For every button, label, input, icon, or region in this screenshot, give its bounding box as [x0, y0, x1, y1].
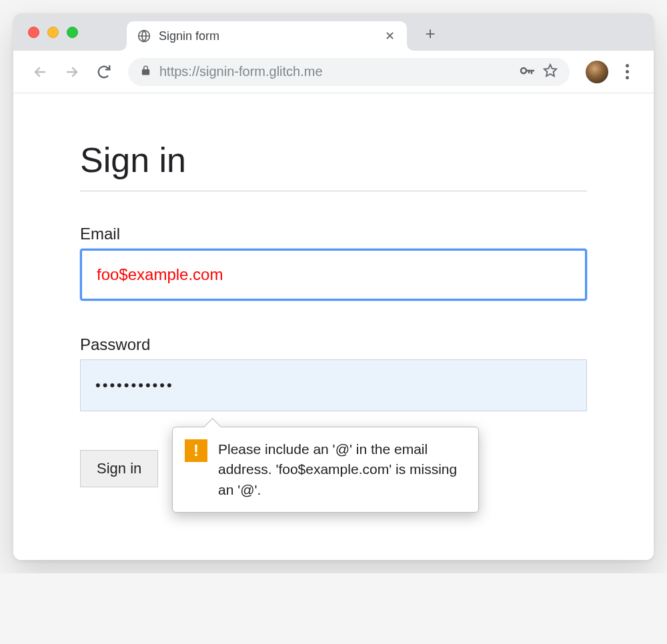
menu-button[interactable] — [614, 64, 640, 79]
signin-button[interactable]: Sign in — [80, 450, 158, 487]
close-window-button[interactable] — [28, 27, 39, 38]
lock-icon — [140, 65, 151, 79]
svg-marker-2 — [544, 64, 556, 75]
close-tab-button[interactable]: ✕ — [383, 29, 396, 43]
password-label: Password — [80, 335, 587, 354]
forward-button[interactable] — [59, 59, 85, 85]
window-controls — [28, 27, 78, 38]
address-bar[interactable]: https://signin-form.glitch.me — [128, 58, 570, 86]
star-icon[interactable] — [543, 63, 558, 81]
page-content: Sign in Email Password Sign in ! Please … — [13, 93, 654, 560]
validation-message: Please include an '@' in the email addre… — [218, 439, 465, 500]
browser-tab[interactable]: Signin form ✕ — [127, 21, 407, 51]
page-title: Sign in — [80, 140, 587, 191]
new-tab-button[interactable]: + — [420, 23, 440, 44]
globe-icon — [137, 29, 151, 43]
key-icon[interactable] — [519, 63, 535, 81]
email-field[interactable] — [80, 249, 587, 301]
titlebar: Signin form ✕ + — [13, 13, 654, 51]
toolbar: https://signin-form.glitch.me — [13, 51, 654, 93]
browser-window: Signin form ✕ + https://signin-form.glit… — [13, 13, 654, 560]
warning-icon: ! — [185, 439, 207, 462]
maximize-window-button[interactable] — [67, 27, 78, 38]
back-button[interactable] — [27, 59, 53, 85]
password-field[interactable] — [80, 359, 587, 411]
tab-title: Signin form — [159, 29, 375, 43]
url-text: https://signin-form.glitch.me — [159, 64, 511, 79]
profile-avatar[interactable] — [586, 61, 608, 83]
tab-strip: Signin form ✕ + — [127, 13, 440, 51]
validation-tooltip: ! Please include an '@' in the email add… — [172, 427, 479, 513]
email-label: Email — [80, 225, 587, 243]
reload-button[interactable] — [91, 59, 117, 85]
minimize-window-button[interactable] — [47, 27, 59, 38]
